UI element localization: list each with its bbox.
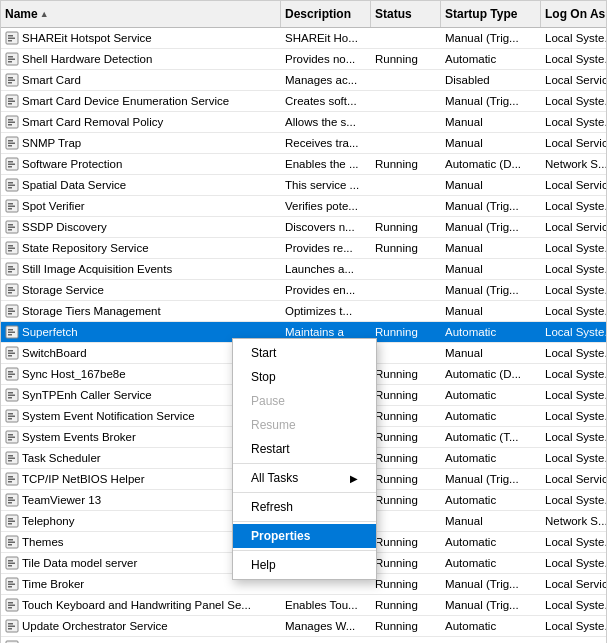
svg-rect-115 bbox=[8, 628, 12, 630]
cell-logon: Local Syste... bbox=[541, 364, 606, 384]
cell-startup: Automatic bbox=[441, 490, 541, 510]
menu-item-properties[interactable]: Properties bbox=[233, 524, 376, 548]
svg-rect-43 bbox=[8, 250, 12, 252]
table-row[interactable]: Software Protection Enables the ... Runn… bbox=[1, 154, 606, 175]
table-row[interactable]: UPnP Device Host Allows UPn... Manual Lo… bbox=[1, 637, 606, 643]
table-row[interactable]: Smart Card Manages ac... Disabled Local … bbox=[1, 70, 606, 91]
col-logon-label: Log On As bbox=[545, 7, 605, 21]
cell-startup: Manual bbox=[441, 238, 541, 258]
cell-startup: Automatic (D... bbox=[441, 364, 541, 384]
table-row[interactable]: State Repository Service Provides re... … bbox=[1, 238, 606, 259]
col-description[interactable]: Description bbox=[281, 1, 371, 27]
svg-rect-93 bbox=[8, 518, 13, 520]
col-status[interactable]: Status bbox=[371, 1, 441, 27]
cell-logon: Network S... bbox=[541, 154, 606, 174]
cell-name: Touch Keyboard and Handwriting Panel Se.… bbox=[1, 595, 281, 615]
cell-description: Allows the s... bbox=[281, 112, 371, 132]
service-icon bbox=[5, 577, 19, 591]
col-startup[interactable]: Startup Type bbox=[441, 1, 541, 27]
cell-startup: Manual (Trig... bbox=[441, 595, 541, 615]
svg-rect-105 bbox=[8, 581, 13, 583]
table-row[interactable]: Smart Card Removal Policy Allows the s..… bbox=[1, 112, 606, 133]
service-name: Smart Card Removal Policy bbox=[22, 116, 163, 128]
cell-name: Spot Verifier bbox=[1, 196, 281, 216]
menu-item-all-tasks[interactable]: All Tasks▶ bbox=[233, 466, 376, 490]
service-icon bbox=[5, 199, 19, 213]
service-icon bbox=[5, 346, 19, 360]
svg-rect-15 bbox=[8, 103, 12, 105]
cell-status: Running bbox=[371, 532, 441, 552]
cell-name: SNMP Trap bbox=[1, 133, 281, 153]
cell-status bbox=[371, 301, 441, 321]
cell-status bbox=[371, 259, 441, 279]
table-row[interactable]: Update Orchestrator Service Manages W...… bbox=[1, 616, 606, 637]
cell-description: Verifies pote... bbox=[281, 196, 371, 216]
col-name[interactable]: Name ▲ bbox=[1, 1, 281, 27]
service-icon bbox=[5, 136, 19, 150]
table-row[interactable]: Shell Hardware Detection Provides no... … bbox=[1, 49, 606, 70]
svg-rect-5 bbox=[8, 56, 13, 58]
svg-rect-106 bbox=[8, 584, 15, 586]
menu-item-help[interactable]: Help bbox=[233, 553, 376, 577]
svg-rect-82 bbox=[8, 458, 15, 460]
cell-name: Smart Card Device Enumeration Service bbox=[1, 91, 281, 111]
service-icon bbox=[5, 535, 19, 549]
svg-rect-58 bbox=[8, 332, 15, 334]
menu-item-refresh[interactable]: Refresh bbox=[233, 495, 376, 519]
context-menu: StartStopPauseResumeRestartAll Tasks▶Ref… bbox=[232, 338, 377, 580]
svg-rect-59 bbox=[8, 334, 12, 336]
svg-rect-11 bbox=[8, 82, 12, 84]
table-row[interactable]: Storage Tiers Management Optimizes t... … bbox=[1, 301, 606, 322]
cell-status bbox=[371, 28, 441, 48]
cell-description: Allows UPn... bbox=[281, 637, 371, 643]
cell-name: Software Protection bbox=[1, 154, 281, 174]
svg-rect-35 bbox=[8, 208, 12, 210]
cell-name: Smart Card bbox=[1, 70, 281, 90]
table-row[interactable]: Touch Keyboard and Handwriting Panel Se.… bbox=[1, 595, 606, 616]
table-row[interactable]: SSDP Discovery Discovers n... Running Ma… bbox=[1, 217, 606, 238]
table-row[interactable]: Spatial Data Service This service ... Ma… bbox=[1, 175, 606, 196]
svg-rect-71 bbox=[8, 397, 12, 399]
svg-rect-47 bbox=[8, 271, 12, 273]
cell-startup: Manual bbox=[441, 175, 541, 195]
cell-startup: Manual bbox=[441, 511, 541, 531]
col-logon[interactable]: Log On As bbox=[541, 1, 607, 27]
service-icon bbox=[5, 598, 19, 612]
cell-startup: Manual (Trig... bbox=[441, 28, 541, 48]
table-row[interactable]: Still Image Acquisition Events Launches … bbox=[1, 259, 606, 280]
cell-status bbox=[371, 112, 441, 132]
cell-name: SHAREit Hotspot Service bbox=[1, 28, 281, 48]
menu-item-stop[interactable]: Stop bbox=[233, 365, 376, 389]
cell-status bbox=[371, 637, 441, 643]
cell-startup: Automatic bbox=[441, 553, 541, 573]
cell-name: Storage Service bbox=[1, 280, 281, 300]
service-icon bbox=[5, 472, 19, 486]
menu-item-restart[interactable]: Restart bbox=[233, 437, 376, 461]
cell-description: This service ... bbox=[281, 175, 371, 195]
svg-rect-39 bbox=[8, 229, 12, 231]
svg-rect-45 bbox=[8, 266, 13, 268]
cell-status: Running bbox=[371, 427, 441, 447]
table-row[interactable]: Storage Service Provides en... Manual (T… bbox=[1, 280, 606, 301]
svg-rect-14 bbox=[8, 101, 15, 103]
svg-rect-74 bbox=[8, 416, 15, 418]
menu-item-start[interactable]: Start bbox=[233, 341, 376, 365]
svg-rect-29 bbox=[8, 182, 13, 184]
service-icon bbox=[5, 94, 19, 108]
cell-logon: Local Service bbox=[541, 217, 606, 237]
service-name: Smart Card Device Enumeration Service bbox=[22, 95, 229, 107]
cell-startup: Automatic bbox=[441, 406, 541, 426]
service-name: Storage Tiers Management bbox=[22, 305, 161, 317]
table-row[interactable]: Smart Card Device Enumeration Service Cr… bbox=[1, 91, 606, 112]
cell-startup: Manual bbox=[441, 259, 541, 279]
table-row[interactable]: SNMP Trap Receives tra... Manual Local S… bbox=[1, 133, 606, 154]
cell-status: Running bbox=[371, 154, 441, 174]
cell-logon: Local Syste... bbox=[541, 301, 606, 321]
cell-startup: Automatic bbox=[441, 385, 541, 405]
table-row[interactable]: SHAREit Hotspot Service SHAREit Ho... Ma… bbox=[1, 28, 606, 49]
cell-startup: Manual bbox=[441, 637, 541, 643]
cell-description: Optimizes t... bbox=[281, 301, 371, 321]
svg-rect-33 bbox=[8, 203, 13, 205]
svg-rect-102 bbox=[8, 563, 15, 565]
table-row[interactable]: Spot Verifier Verifies pote... Manual (T… bbox=[1, 196, 606, 217]
